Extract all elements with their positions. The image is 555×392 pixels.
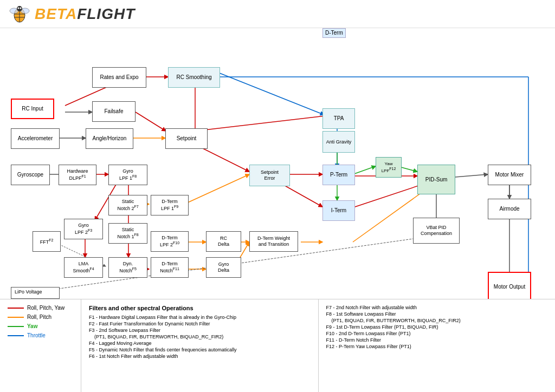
diagram: Rates and Expo RC Smoothing RC Input Fai… (0, 28, 555, 315)
yaw-line (8, 326, 24, 327)
legend-yaw: Yaw (8, 323, 73, 329)
svg-line-16 (135, 112, 166, 131)
accelerometer-box[interactable]: Accelerometer (11, 128, 60, 149)
legend-f3b: (PT1, BIQUAD, FIR, BUTTERWORTH, BIQUAD_R… (89, 334, 311, 339)
legend-roll-pitch: Roll, Pitch (8, 314, 73, 320)
gyro-lpf2-box[interactable]: GyroLPF 2F3 (64, 219, 103, 239)
legend-title: Filters and other spectral Operations (89, 305, 311, 311)
motor-mixer-box[interactable]: Motor Mixer (488, 165, 531, 185)
legend-f10: F10 - 2nd D-Term Lowpass Filter (PT1) (326, 331, 548, 336)
svg-line-29 (184, 174, 249, 204)
legend-roll-pitch-yaw: Roll, Pitch, Yaw (8, 305, 73, 311)
yaw-lpf-box[interactable]: YawLPFF12 (376, 157, 402, 178)
legend-f12: F12 - P-Term Yaw Lowpass Filter (PT1) (326, 344, 548, 349)
legend-f5: F5 - Dynamic Notch Filter that finds cen… (89, 347, 311, 352)
lipo-voltage-box[interactable]: LiPo Voltage (11, 287, 60, 299)
dterm-weight-box[interactable]: D-Term Weightand Transition (249, 231, 298, 252)
legend-filters-center: Filters and other spectral Operations F1… (81, 299, 319, 392)
roll-pitch-line (8, 317, 24, 318)
p-term-box[interactable]: P-Term (322, 165, 355, 185)
dterm-notch-box[interactable]: D-TermNotchF11 (151, 257, 189, 278)
svg-point-9 (20, 7, 22, 9)
svg-line-51 (195, 116, 325, 131)
failsafe-box[interactable]: Failsafe (92, 101, 135, 122)
rates-expo-box[interactable]: Rates and Expo (92, 67, 146, 88)
tpa-box[interactable]: TPA (322, 108, 355, 129)
logo-text: BETAFLIGHT (35, 5, 135, 22)
svg-line-45 (455, 174, 488, 177)
svg-point-7 (17, 6, 22, 11)
anti-gravity-box[interactable]: Anti Gravity (322, 131, 355, 153)
logo: BETAFLIGHT (35, 5, 135, 23)
d-term-box[interactable]: D-Term (322, 28, 346, 38)
static-notch2-box[interactable]: StaticNotch 2F7 (108, 195, 147, 215)
gyroscope-box[interactable]: Gyroscope (11, 165, 50, 185)
legend-f8b: (PT1, BIQUAD, FIR, BUTTERWORTH, BIQUAD_R… (326, 318, 548, 323)
setpoint-error-box[interactable]: SetpointError (249, 165, 290, 186)
fft-box[interactable]: FFTF2 (33, 231, 61, 252)
rc-input-box[interactable]: RC Input (11, 99, 54, 119)
static-notch1-box[interactable]: StaticNotch 1F8 (108, 223, 147, 244)
header: BETAFLIGHT (0, 0, 555, 28)
svg-line-40 (353, 166, 376, 174)
legend-filters-right: F7 - 2nd Notch Filter with adjustable wi… (319, 299, 556, 392)
legend-throttle: Throttle (8, 332, 73, 338)
svg-line-50 (220, 73, 324, 115)
legend-f6: F6 - 1st Notch Filter with adjustable wi… (89, 354, 311, 359)
rc-delta-box[interactable]: RCDelta (206, 231, 241, 252)
legend-f7: F7 - 2nd Notch Filter with adjustable wi… (326, 305, 548, 310)
pid-sum-box[interactable]: PID-Sum (417, 165, 455, 194)
dyn-notch-box[interactable]: Dyn.NotchF5 (108, 257, 147, 278)
legend-f8: F8 - 1st Software Lowpass Filter (326, 311, 548, 317)
bee-logo (9, 3, 30, 25)
airmode-box[interactable]: Airmode (488, 199, 531, 219)
dterm-lpf1-box[interactable]: D-TermLPF 1F9 (151, 195, 189, 215)
setpoint-box[interactable]: Setpoint (165, 128, 208, 149)
motor-output-box[interactable]: Motor Output (488, 272, 531, 302)
legend-f1: F1 - Hardware Digital Lowpass Filter tha… (89, 315, 311, 320)
vbat-box[interactable]: VBat PIDCompensation (413, 218, 460, 244)
svg-line-43 (347, 182, 428, 210)
hw-dlpf-box[interactable]: Hardware DLPFF1 (59, 165, 96, 185)
lma-smooth-box[interactable]: LMASmoothF4 (64, 257, 103, 278)
roll-pitch-yaw-line (8, 308, 24, 309)
gyro-lpf1-box[interactable]: GyroLPF 1F8 (108, 165, 147, 185)
legend-f4: F4 - Lagged Moving Average (89, 341, 311, 346)
gyro-delta-box[interactable]: GyroDelta (206, 257, 241, 278)
svg-point-8 (18, 7, 20, 9)
angle-horizon-box[interactable]: Angle/Horizon (86, 128, 133, 149)
legend-f3: F3 - 2nd Software Lowpass Filter (89, 328, 311, 333)
legend: Roll, Pitch, Yaw Roll, Pitch Yaw Throttl… (0, 299, 555, 392)
rc-smoothing-box[interactable]: RC Smoothing (168, 67, 220, 88)
i-term-box[interactable]: I-Term (322, 200, 355, 221)
legend-f11: F11 - D-Term Notch Filter (326, 337, 548, 343)
legend-f9: F9 - 1st D-Term Lowpass Filter (PT1, BIQ… (326, 324, 548, 330)
throttle-line (8, 335, 24, 336)
dterm-lpf2-box[interactable]: D-TermLPF 2F10 (151, 231, 189, 252)
legend-f2: F2 - Fast Furier Transformation for Dyna… (89, 321, 311, 326)
legend-color-key: Roll, Pitch, Yaw Roll, Pitch Yaw Throttl… (0, 299, 81, 392)
